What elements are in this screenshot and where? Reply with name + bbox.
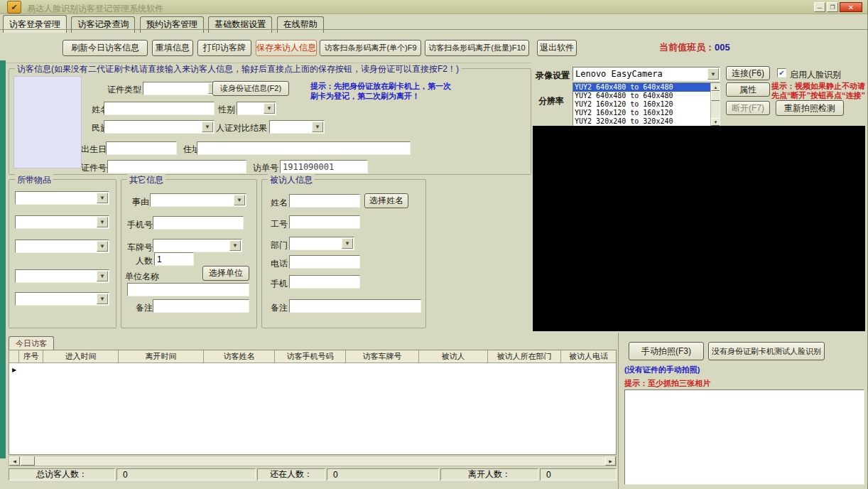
leave-batch-button[interactable]: 访客扫条形码离开(批量)F10 [425,40,529,56]
grid-column-header[interactable]: 被访人所在部门 [488,350,561,363]
face-match-combo[interactable]: ▼ [269,120,325,134]
print-badge-button[interactable]: 打印访客牌 [197,40,251,56]
plate-number-combo[interactable]: ▼ [153,239,242,252]
tab-online-help[interactable]: 在线帮助 [277,16,324,33]
visit-number-label: 访单号 [253,162,278,174]
choose-unit-button[interactable]: 选择单位 [202,266,249,281]
other-remark-input[interactable] [153,299,249,313]
tab-record-query[interactable]: 访客记录查询 [71,16,135,33]
tab-reservation[interactable]: 预约访客管理 [140,16,204,33]
grid-column-header[interactable]: 访客手机号码 [275,350,346,363]
grid-column-header[interactable]: 访客姓名 [204,350,275,363]
name-input[interactable] [104,102,215,115]
telephone-input[interactable] [289,255,360,269]
left-count-value-panel: 0 [540,468,617,480]
leave-single-button[interactable]: 访客扫条形码离开(单个)F9 [320,40,421,56]
chevron-down-icon[interactable]: ▼ [97,241,108,252]
resolution-option-selected[interactable]: YUY2 640x480 to 640x480 [573,83,720,92]
chevron-down-icon[interactable]: ▼ [229,240,241,251]
gender-label: 性别 [218,104,235,116]
scroll-left-button[interactable]: ◀ [9,456,20,466]
chevron-down-icon[interactable]: ▼ [707,68,719,80]
scroll-up-button[interactable]: ▲ [711,83,720,91]
read-id-card-button[interactable]: 读身份证信息(F2) [212,81,289,96]
tab-base-data[interactable]: 基础数据设置 [208,16,272,33]
chevron-down-icon[interactable]: ▼ [97,193,108,203]
id-type-combo[interactable]: ▼ [143,82,221,95]
chevron-down-icon[interactable]: ▼ [342,238,353,249]
today-visitors-tab[interactable]: 今日访客 [9,336,54,350]
visited-name-input[interactable] [289,194,360,208]
hscroll-thumb[interactable] [21,456,35,466]
chevron-down-icon[interactable]: ▼ [264,103,275,114]
visited-remark-input[interactable] [289,299,421,313]
visit-reason-combo[interactable]: ▼ [150,193,246,207]
camera-disconnect-button[interactable]: 断开(F7) [726,101,770,115]
scrollbar-thumb[interactable] [711,91,720,101]
scroll-down-button[interactable]: ▼ [711,118,720,126]
close-button[interactable]: ✕ [840,2,862,12]
birth-date-input[interactable] [106,141,177,155]
grid-column-header[interactable]: 被访人电话 [561,350,616,363]
manual-photo-button[interactable]: 手动拍照(F3) [629,342,704,360]
unit-name-input[interactable] [127,283,249,296]
operator-label: 当前值班员： [659,42,715,53]
chevron-down-icon[interactable]: ▼ [312,122,323,132]
photo-list-box[interactable] [624,389,864,485]
carried-item-combo-1[interactable]: ▼ [15,191,109,205]
resolution-option[interactable]: YUY2 160x120 to 160x120 [573,109,720,117]
chevron-down-icon[interactable]: ▼ [97,294,108,304]
grid-column-header[interactable]: 进入时间 [43,350,119,363]
resolution-option[interactable]: YUY2 640x480 to 640x480 [573,92,720,100]
id-number-input[interactable] [107,160,246,173]
scroll-right-button[interactable]: ▶ [605,456,616,466]
mobile-input[interactable] [289,275,360,289]
camera-device-combo[interactable]: Lenovo EasyCamera ▼ [573,67,720,81]
save-visitor-button[interactable]: 保存来访人信息 [256,40,317,56]
manual-photo-note: (没有证件的手动拍照) [624,365,700,375]
titlebar[interactable]: ✔ 易达人脸识别访客登记管理系统软件 — ❐ ✕ [0,0,868,14]
resolution-scrollbar[interactable]: ▲ ▼ [710,83,720,126]
choose-name-button[interactable]: 选择姓名 [364,193,408,208]
visit-number-input[interactable] [280,160,368,173]
carried-item-combo-2[interactable]: ▼ [15,215,109,229]
grid-column-header[interactable]: 被访人 [419,350,488,363]
visitor-phone-input[interactable] [153,216,244,230]
camera-connect-button[interactable]: 连接(F6) [726,66,770,80]
carried-item-combo-5[interactable]: ▼ [15,292,109,306]
carried-item-combo-3[interactable]: ▼ [15,240,109,253]
carried-item-combo-4[interactable]: ▼ [15,269,109,283]
chevron-down-icon[interactable]: ▼ [234,195,245,205]
resolution-listbox[interactable]: YUY2 640x480 to 640x480 YUY2 640x480 to … [573,82,720,127]
work-number-input[interactable] [289,215,360,229]
gender-combo[interactable]: ▼ [237,102,276,115]
chevron-down-icon[interactable]: ▼ [97,271,108,281]
maximize-button[interactable]: ❐ [827,2,838,12]
face-recognition-checkbox[interactable]: ✔ [777,68,786,77]
exit-button[interactable]: 退出软件 [537,40,577,56]
inside-count-label: 还在人数： [270,468,313,480]
face-test-button[interactable]: 没有身份证刷卡机测试人脸识别 [708,342,825,360]
minimize-button[interactable]: — [814,2,825,12]
people-count-input[interactable] [154,252,194,266]
grid-column-header[interactable]: 访客车牌号 [346,350,419,363]
recheck-photo-button[interactable]: 重新拍照检测 [776,100,844,116]
address-input[interactable] [197,141,411,155]
grid-body[interactable]: ▶ [9,363,616,454]
resolution-option[interactable]: YUY2 320x240 to 320x240 [573,117,720,126]
resolution-option[interactable]: YUY2 160x120 to 160x120 [573,100,720,109]
chevron-down-icon[interactable]: ▼ [97,217,108,227]
nation-combo[interactable]: ▼ [104,120,215,134]
grid-hscrollbar[interactable]: ◀ ▶ [9,456,617,466]
id-type-label: 证件类型 [107,84,141,96]
chevron-down-icon[interactable]: ▼ [202,122,213,132]
refill-info-button[interactable]: 重填信息 [152,40,193,56]
department-combo[interactable]: ▼ [289,237,354,250]
camera-property-button[interactable]: 属性 [726,82,770,97]
carried-items-group-title: 所带物品 [15,174,53,186]
refresh-today-button[interactable]: 刷新今日访客信息 [63,40,148,56]
tab-visitor-login[interactable]: 访客登录管理 [3,15,67,33]
grid-column-header[interactable]: 序号 [19,350,43,363]
grid-column-header[interactable]: 离开时间 [119,350,204,363]
inside-count-label-panel: 还在人数： [257,468,325,480]
